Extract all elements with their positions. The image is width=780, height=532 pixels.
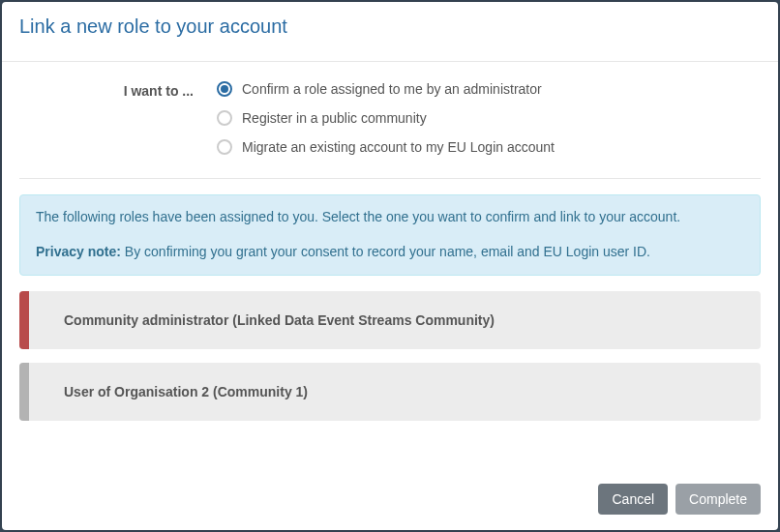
radio-label: Register in a public community bbox=[242, 110, 427, 126]
privacy-label: Privacy note: bbox=[36, 244, 121, 259]
modal-body: I want to ... Confirm a role assigned to… bbox=[2, 62, 778, 470]
role-item-community-admin[interactable]: Community administrator (Linked Data Eve… bbox=[19, 291, 761, 349]
radio-label: Confirm a role assigned to me by an admi… bbox=[242, 81, 542, 97]
radio-option-register[interactable]: Register in a public community bbox=[217, 110, 761, 126]
option-row: I want to ... Confirm a role assigned to… bbox=[19, 81, 761, 155]
options-section: I want to ... Confirm a role assigned to… bbox=[19, 62, 761, 179]
role-list: Community administrator (Linked Data Eve… bbox=[19, 291, 761, 421]
info-text: The following roles have been assigned t… bbox=[36, 209, 744, 224]
radio-icon bbox=[217, 139, 232, 155]
radio-option-migrate[interactable]: Migrate an existing account to my EU Log… bbox=[217, 139, 761, 155]
role-label: Community administrator (Linked Data Eve… bbox=[64, 312, 495, 328]
privacy-text: By confirming you grant your consent to … bbox=[121, 244, 650, 259]
complete-button[interactable]: Complete bbox=[675, 484, 761, 515]
info-privacy: Privacy note: By confirming you grant yo… bbox=[36, 244, 744, 259]
role-label: User of Organisation 2 (Community 1) bbox=[64, 384, 308, 399]
radio-option-confirm[interactable]: Confirm a role assigned to me by an admi… bbox=[217, 81, 761, 97]
radio-icon bbox=[217, 81, 232, 97]
radio-icon bbox=[217, 110, 232, 126]
radio-group: Confirm a role assigned to me by an admi… bbox=[217, 81, 761, 155]
modal-footer: Cancel Complete bbox=[2, 470, 778, 530]
role-item-user-org2[interactable]: User of Organisation 2 (Community 1) bbox=[19, 363, 761, 421]
info-box: The following roles have been assigned t… bbox=[19, 194, 761, 276]
cancel-button[interactable]: Cancel bbox=[598, 484, 668, 515]
modal-title: Link a new role to your account bbox=[19, 15, 761, 38]
link-role-modal: Link a new role to your account I want t… bbox=[2, 2, 778, 530]
options-label: I want to ... bbox=[19, 81, 194, 99]
modal-header: Link a new role to your account bbox=[2, 2, 778, 62]
radio-label: Migrate an existing account to my EU Log… bbox=[242, 139, 555, 155]
